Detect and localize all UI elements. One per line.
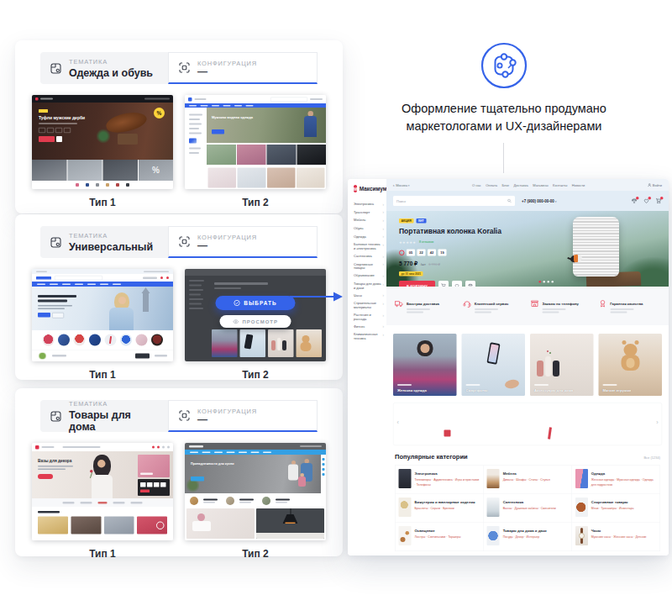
feature-delivery: Быстрая доставка bbox=[395, 299, 457, 313]
mini-shop-home: Вазы для декора bbox=[32, 443, 173, 540]
popular-cell: ЭлектроникаТелевизоры · Аудиотехника · И… bbox=[396, 466, 484, 494]
theme-name: Универсальный bbox=[69, 241, 153, 253]
card3-tab-theme[interactable]: ТЕМАТИКА Товары для дома bbox=[40, 400, 168, 432]
theme2-type1-thumbnail[interactable] bbox=[32, 269, 173, 361]
popular-cell: Товары для дома и дачиПосуда · Декор · И… bbox=[484, 523, 572, 551]
eye-icon bbox=[233, 319, 239, 325]
theme-label: ТЕМАТИКА bbox=[69, 400, 158, 408]
connector-line bbox=[503, 143, 504, 173]
rating-stars bbox=[399, 238, 416, 245]
mini-banners bbox=[185, 508, 326, 540]
store-phone: +7 (900) 000-00-00 bbox=[522, 199, 556, 203]
theme-card-home: ТЕМАТИКА Товары для дома КОНФИГУРАЦИЯ — bbox=[15, 388, 343, 556]
mini-shop-hovered: ВЫБРАТЬ ПРОСМОТР bbox=[185, 269, 326, 361]
category-menu: Электроника Транспорт Мебель Обувь Одежд… bbox=[354, 200, 384, 342]
mini-product-row bbox=[207, 166, 326, 189]
photo-categories: Женская одежда Смартфоны bbox=[393, 334, 662, 396]
card2-tab-config[interactable]: КОНФИГУРАЦИЯ — bbox=[168, 226, 318, 258]
nav-item: Блог bbox=[501, 183, 509, 187]
mini-sidebar bbox=[185, 108, 207, 189]
category-item: Растения и рассада bbox=[354, 311, 384, 323]
preview-theme-button[interactable]: ПРОСМОТР bbox=[220, 315, 291, 328]
search-input: Поиск bbox=[393, 196, 515, 206]
countdown-timer: 05 22 42 19 bbox=[399, 250, 501, 256]
mini-shop-universal bbox=[32, 269, 173, 361]
design-icon bbox=[480, 42, 528, 89]
nav-item: Новости bbox=[572, 183, 585, 187]
theme-label: ТЕМАТИКА bbox=[69, 232, 153, 240]
mini-hero bbox=[32, 287, 173, 330]
mini-shop-light: Мужская модная одежда bbox=[185, 95, 326, 189]
feature-phone-orders: Заказы по телефону bbox=[531, 299, 593, 313]
popular-cell: ОдеждаЖенская одежда · Мужская одежда · … bbox=[572, 466, 660, 494]
callout-text: Оформление тщательно продумано маркетоло… bbox=[353, 100, 655, 135]
popular-cell: Бижутерия и ювелирные изделияБраслеты · … bbox=[396, 494, 484, 523]
carousel-prev-icon: ‹ bbox=[397, 419, 399, 426]
mini-hero-title: Туфли мужские дерби bbox=[39, 115, 85, 120]
brands-carousel: ‹ › bbox=[393, 403, 662, 445]
card3-tabs: ТЕМАТИКА Товары для дома КОНФИГУРАЦИЯ — bbox=[40, 400, 318, 432]
hero-product-title: Портативная колонка Koralia bbox=[399, 227, 501, 235]
card1-tab-theme[interactable]: ТЕМАТИКА Одежда и обувь bbox=[40, 52, 168, 84]
category-card-smartphones: Смартфоны bbox=[462, 334, 526, 396]
city-selector: г. Москва bbox=[393, 183, 410, 187]
popular-title: Популярные категории bbox=[395, 453, 468, 461]
category-item: Электроника bbox=[354, 200, 384, 208]
mini-brand-strip bbox=[32, 181, 173, 189]
category-card-toys: Мягкие игрушки bbox=[599, 334, 663, 396]
mini-header bbox=[32, 274, 173, 282]
timer-minutes: 42 bbox=[428, 250, 436, 256]
category-item: Сантехника bbox=[354, 252, 384, 261]
mini-social-rail bbox=[321, 455, 326, 493]
type1-label: Тип 1 bbox=[32, 197, 173, 208]
theme-icon bbox=[50, 411, 61, 422]
hero-compare-icon bbox=[465, 281, 475, 287]
theme1-type2-thumbnail[interactable]: Мужская модная одежда bbox=[185, 95, 326, 189]
preview-topbar: г. Москва О нас Оплата Блог Доставка Маг… bbox=[386, 179, 669, 191]
top-navigation: О нас Оплата Блог Доставка Магазины Конт… bbox=[472, 183, 585, 187]
search-placeholder: Поиск bbox=[396, 199, 406, 203]
mini-hero-title: Вазы для декора bbox=[38, 458, 71, 463]
timer-seconds: 19 bbox=[438, 250, 447, 256]
theme-name: Товары для дома bbox=[69, 409, 158, 433]
select-theme-label: ВЫБРАТЬ bbox=[244, 300, 277, 307]
theme3-type1-thumbnail[interactable]: Вазы для декора bbox=[32, 443, 173, 540]
theme3-type2-thumbnail[interactable]: Принадлежности для кухни bbox=[185, 443, 326, 540]
mini-products bbox=[32, 507, 173, 540]
preview-main: г. Москва О нас Оплата Блог Доставка Маг… bbox=[386, 179, 669, 555]
category-item: Обувь bbox=[354, 224, 384, 233]
category-item: Климатическая техника bbox=[354, 330, 384, 342]
card1-tab-config[interactable]: КОНФИГУРАЦИЯ — bbox=[168, 52, 318, 84]
store-logo: М Максимум bbox=[354, 185, 384, 192]
mini-products-strip bbox=[32, 350, 173, 361]
theme-name: Одежда и обувь bbox=[69, 67, 153, 79]
popular-cell: ЧасыМужские часы · Женские часы · Детски… bbox=[572, 523, 660, 551]
type1-label: Тип 1 bbox=[32, 548, 173, 560]
type2-label: Тип 2 bbox=[185, 369, 326, 381]
price-unit: /шт bbox=[421, 262, 426, 266]
category-item: Образование bbox=[354, 271, 384, 280]
config-value: — bbox=[197, 68, 257, 76]
favorites-icon bbox=[643, 197, 650, 204]
promo-badge: до 31 мая 2021 bbox=[399, 271, 423, 276]
card2-tabs: ТЕМАТИКА Универсальный КОНФИГУРАЦИЯ — bbox=[40, 226, 318, 258]
clock-icon bbox=[399, 250, 405, 255]
popular-categories: Популярные категории Все (1234) Электрон… bbox=[395, 453, 660, 551]
mini-header bbox=[32, 95, 173, 103]
card2-tab-theme[interactable]: ТЕМАТИКА Универсальный bbox=[40, 226, 168, 258]
mini-header bbox=[185, 443, 326, 450]
theme1-type1-thumbnail[interactable]: Туфли мужские дерби % bbox=[32, 95, 173, 189]
callout-line2: маркетологами и UX-дизайнерами bbox=[353, 118, 655, 135]
nav-item: Контакты bbox=[553, 183, 567, 187]
nav-item: Оплата bbox=[486, 183, 497, 187]
theme2-type2-thumbnail[interactable]: ВЫБРАТЬ ПРОСМОТР bbox=[185, 269, 326, 361]
card3-tab-config[interactable]: КОНФИГУРАЦИЯ — bbox=[168, 400, 318, 432]
hit-badge: ХИТ bbox=[416, 218, 426, 224]
config-icon bbox=[179, 410, 190, 421]
popular-cell: МебельДиваны · Шкафы · Столы · Стулья bbox=[484, 466, 572, 494]
callout-line1: Оформление тщательно продумано bbox=[353, 100, 655, 118]
category-item: Товары для дома и дачи bbox=[354, 280, 384, 292]
select-theme-button[interactable]: ВЫБРАТЬ bbox=[216, 296, 296, 310]
mini-dim-header bbox=[185, 269, 326, 276]
timer-hours: 22 bbox=[417, 250, 426, 256]
